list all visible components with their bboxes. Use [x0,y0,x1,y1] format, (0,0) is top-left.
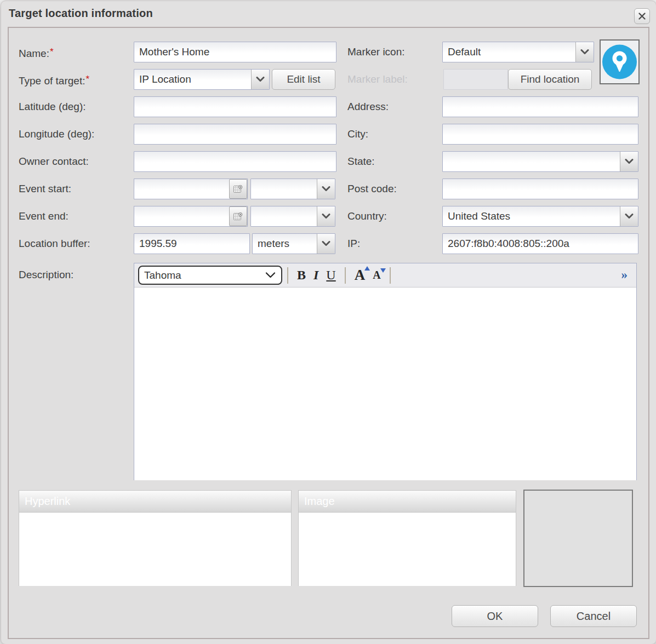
marker-icon-dropdown-button[interactable] [575,42,594,62]
marker-icon-select[interactable]: Default [442,42,594,62]
image-panel: Image [298,490,516,586]
event-start-label: Event start: [19,179,71,199]
country-label: Country: [347,206,387,227]
edit-list-button[interactable]: Edit list [272,69,335,90]
event-start-date-field [134,179,248,199]
owner-contact-input[interactable] [134,151,336,172]
underline-icon[interactable]: U [322,267,339,284]
state-label: State: [347,151,375,172]
toolbar-separator [345,267,346,284]
font-decrease-icon[interactable]: A [369,268,384,283]
toolbar-separator [287,267,288,284]
post-code-input[interactable] [442,179,638,199]
dialog-titlebar: Target location information [1,1,656,26]
event-start-date-input[interactable] [134,179,229,199]
dialog-title: Target location information [9,7,153,20]
state-dropdown-button[interactable] [620,152,638,171]
toolbar-separator [390,267,391,284]
marker-label-label: Marker label: [347,69,408,90]
country-select[interactable]: United States [442,206,638,227]
required-asterisk: * [85,74,89,84]
type-of-target-label: Type of target:* [19,69,89,90]
address-label: Address: [347,96,389,117]
chevron-down-icon [259,272,281,278]
calendar-icon [233,185,243,194]
country-dropdown-button[interactable] [620,206,638,226]
type-of-target-select[interactable]: IP Location [134,69,270,90]
ip-input[interactable] [442,233,638,254]
state-value [443,152,620,171]
find-location-button[interactable]: Find location [508,69,592,90]
type-of-target-value: IP Location [134,70,251,89]
close-button[interactable] [634,8,650,24]
location-buffer-label: Location buffer: [19,233,90,254]
location-buffer-input[interactable] [134,233,250,254]
description-textarea[interactable] [134,288,636,480]
font-family-select[interactable]: Tahoma [138,266,282,285]
location-buffer-unit-select[interactable]: meters [252,233,335,254]
marker-preview-button[interactable] [600,39,640,84]
latitude-input[interactable] [134,96,336,117]
event-end-time-select[interactable] [250,206,335,227]
ip-label: IP: [347,233,360,254]
italic-icon[interactable]: I [310,267,322,284]
hyperlink-panel-header: Hyperlink [19,491,291,513]
name-input[interactable] [134,42,336,62]
event-start-calendar-button[interactable] [229,179,247,199]
image-panel-header: Image [299,491,516,513]
font-family-value: Tahoma [139,267,259,284]
country-value: United States [443,206,620,226]
image-list[interactable] [299,513,516,586]
form-panel: Name:* Type of target:* Latitude (deg): … [8,27,649,639]
cancel-button[interactable]: Cancel [550,605,637,627]
required-asterisk: * [50,47,54,57]
type-of-target-dropdown-button[interactable] [251,70,269,89]
event-start-time-select[interactable] [250,179,335,199]
event-end-calendar-button[interactable] [229,206,247,226]
location-buffer-unit-dropdown-button[interactable] [317,234,335,254]
description-editor-box: Tahoma B I U A A » [134,263,637,480]
calendar-icon [233,212,243,221]
name-label: Name:* [19,42,54,62]
event-end-label: Event end: [19,206,69,227]
city-label: City: [347,124,368,145]
marker-pin-icon [601,42,638,82]
event-end-date-field [134,206,248,227]
target-location-dialog: Target location information Name:* Type … [1,1,656,644]
latitude-label: Latitude (deg): [19,96,86,117]
hyperlink-list[interactable] [19,513,291,586]
event-end-time-value [251,206,317,226]
event-start-time-dropdown-button[interactable] [317,179,335,199]
location-buffer-unit-value: meters [253,234,317,254]
chevron-down-icon [625,159,634,164]
event-start-time-value [251,179,317,199]
font-increase-icon[interactable]: A [351,266,369,285]
chevron-down-icon [580,49,589,55]
chevron-down-icon [322,186,330,192]
marker-icon-label: Marker icon: [347,42,405,62]
owner-contact-label: Owner contact: [19,151,89,172]
state-select[interactable] [442,151,638,172]
image-preview-box [523,490,633,587]
chevron-down-icon [256,77,265,82]
ok-button[interactable]: OK [452,605,538,627]
marker-icon-value: Default [443,42,575,62]
close-icon [638,12,646,20]
hyperlink-panel: Hyperlink [19,490,292,586]
event-end-date-input[interactable] [134,206,229,226]
chevron-down-icon [322,214,330,219]
chevron-down-icon [322,241,330,246]
description-toolbar: Tahoma B I U A A » [134,263,636,288]
marker-label-input [443,69,508,90]
address-input[interactable] [442,96,638,117]
longitude-input[interactable] [134,124,336,145]
event-end-time-dropdown-button[interactable] [317,206,335,226]
description-label: Description: [19,264,73,285]
chevron-down-icon [625,214,634,219]
toolbar-expand-icon[interactable]: » [621,268,628,282]
city-input[interactable] [442,124,638,145]
post-code-label: Post code: [347,179,397,199]
bold-icon[interactable]: B [293,267,310,284]
longitude-label: Longitude (deg): [19,124,94,145]
